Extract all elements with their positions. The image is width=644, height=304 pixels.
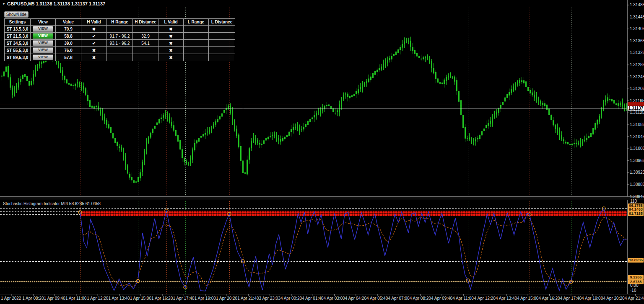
settings-cell: ST 34,5,3,0 xyxy=(5,40,31,47)
time-tick-label: 1 Apr 13:40 xyxy=(109,296,130,301)
table-row: ST 13,5,3,0VIEW70.9✖✖ xyxy=(5,26,235,33)
indicator-scale-label: -10 xyxy=(630,289,636,293)
price-tick-label: 1.31445 xyxy=(630,15,644,19)
price-tick-label: 1.30885 xyxy=(630,183,644,187)
time-tick-label: 3 Apr 23:03 xyxy=(259,296,280,301)
l-distance-cell xyxy=(209,26,235,33)
price-tick-label: 1.31085 xyxy=(630,123,644,127)
table-row: ST 21,5,3,0VIEW58.8✔91.7 - 96.232.9✖ xyxy=(5,33,235,40)
time-tick-label: 4 Apr 01:40 xyxy=(302,296,323,301)
l-valid-cell: ✖ xyxy=(158,47,184,54)
value-cell: 76.0 xyxy=(56,47,81,54)
l-distance-cell xyxy=(209,33,235,40)
time-tick-label: 1 Apr 12:20 xyxy=(87,296,108,301)
time-tick-label: 1 Apr 2022 xyxy=(1,296,21,301)
price-tick-label: 1.31325 xyxy=(630,51,644,55)
value-cell: 70.9 xyxy=(56,26,81,33)
time-tick-label: 4 Apr 11:00 xyxy=(452,296,473,301)
price-tick-label: 1.30845 xyxy=(630,195,644,199)
h-valid-cell: ✖ xyxy=(81,47,107,54)
view-button[interactable]: VIEW xyxy=(33,54,53,60)
h-valid-cell: ✔ xyxy=(81,33,107,40)
time-tick-label: 1 Apr 19:00 xyxy=(195,296,216,301)
price-tick-label: 1.31245 xyxy=(630,75,644,79)
view-button[interactable]: VIEW xyxy=(33,26,53,32)
settings-cell: ST 55,5,3,0 xyxy=(5,47,31,54)
indicator-title: Stochastic Histogram Indicator Mt4 58.82… xyxy=(3,201,101,206)
view-button[interactable]: VIEW xyxy=(33,47,53,53)
time-tick-label: 4 Apr 15:00 xyxy=(517,296,538,301)
h-distance-cell xyxy=(133,54,158,61)
time-tick-label: 4 Apr 12:20 xyxy=(474,296,496,301)
table-row: ST 89,5,3,0VIEW57.8✖✖ xyxy=(5,54,235,61)
column-header-l-valid: L Valid xyxy=(158,19,184,26)
l-range-cell xyxy=(184,33,209,40)
value-cell: 57.8 xyxy=(56,54,81,61)
price-tick-label: 1.31005 xyxy=(630,147,644,151)
price-tick-label: 1.31285 xyxy=(630,63,644,67)
symbol-quote-text: GBPUSD,M5 1.31138 1.31138 1.31137 1.3113… xyxy=(7,1,105,6)
l-range-cell xyxy=(184,54,209,61)
price-tick-label: 1.31405 xyxy=(630,27,644,31)
view-cell: VIEW xyxy=(31,54,56,61)
mt4-chart-window: ▼GBPUSD,M5 1.31138 1.31138 1.31137 1.311… xyxy=(0,0,644,304)
pane-splitter[interactable] xyxy=(0,196,644,200)
price-tick-label: 1.30925 xyxy=(630,170,644,175)
time-tick-label: 4 Apr 16:20 xyxy=(539,296,560,301)
l-valid-cell: ✖ xyxy=(158,33,184,40)
indicator-level-box: 13.8235 xyxy=(628,258,644,263)
price-tick-label: 1.31365 xyxy=(630,39,644,43)
time-tick-label: 1 Apr 15:00 xyxy=(130,296,151,301)
price-tick-label: 1.30965 xyxy=(630,159,644,163)
table-row: ST 34,5,3,0VIEW39.0✔93.1 - 96.254.1✖ xyxy=(5,40,235,47)
indicator-level-box: 94.1463 xyxy=(628,207,644,212)
h-valid-cell: ✔ xyxy=(81,40,107,47)
price-tick-label: 1.31205 xyxy=(630,87,644,91)
collapse-quotes-icon[interactable]: ▼ xyxy=(2,2,5,6)
price-tick-label: 1.31485 xyxy=(630,3,644,7)
time-tick-label: 4 Apr 13:40 xyxy=(496,296,517,301)
view-cell: VIEW xyxy=(31,40,56,47)
value-cell: 58.8 xyxy=(56,33,81,40)
settings-cell: ST 13,5,3,0 xyxy=(5,26,31,33)
h-range-cell: 91.7 - 96.2 xyxy=(107,33,133,40)
indicator-scale-label: 110 xyxy=(630,199,637,204)
l-range-cell xyxy=(184,40,209,47)
h-distance-cell: 54.1 xyxy=(133,40,158,47)
l-range-cell xyxy=(184,26,209,33)
chart-title: ▼GBPUSD,M5 1.31138 1.31138 1.31137 1.311… xyxy=(2,1,105,6)
indicator-level-box: 91.7185 xyxy=(628,211,644,216)
time-tick-label: 4 Apr 09:40 xyxy=(431,296,452,301)
h-range-cell xyxy=(107,26,133,33)
view-button[interactable]: VIEW xyxy=(33,33,53,39)
time-tick-label: 1 Apr 09:40 xyxy=(44,296,65,301)
settings-cell: ST 89,5,3,0 xyxy=(5,54,31,61)
bid-price-box: 1.31137 xyxy=(628,106,644,111)
time-tick-label: 1 Apr 11:00 xyxy=(65,296,86,301)
time-tick-label: 4 Apr 20:20 xyxy=(603,296,624,301)
show-hide-button[interactable]: Show/Hide xyxy=(4,11,29,18)
view-cell: VIEW xyxy=(31,47,56,54)
time-tick-label: 4 Apr 05:40 xyxy=(366,296,388,301)
indicator-level-box: 9.2266 xyxy=(628,275,644,280)
l-valid-cell: ✖ xyxy=(158,40,184,47)
price-tick-label: 1.31125 xyxy=(630,111,644,115)
l-distance-cell xyxy=(209,47,235,54)
l-range-cell xyxy=(184,47,209,54)
h-range-cell xyxy=(107,54,133,61)
column-header-l-range: L Range xyxy=(184,19,209,26)
indicator-level-box: 2.6738 xyxy=(628,280,644,284)
column-header-h-valid: H Valid xyxy=(81,19,107,26)
price-tick-label: 1.31045 xyxy=(630,135,644,139)
view-button[interactable]: VIEW xyxy=(33,40,53,46)
time-tick-label: 1 Apr 21:40 xyxy=(237,296,259,301)
stochastic-settings-table: SettingsViewValueH ValidH RangeH Distanc… xyxy=(4,18,235,61)
h-distance-cell: 32.9 xyxy=(133,33,158,40)
column-header-settings: Settings xyxy=(5,19,31,26)
value-cell: 39.0 xyxy=(56,40,81,47)
indicator-canvas[interactable] xyxy=(0,201,627,294)
h-range-cell xyxy=(107,47,133,54)
column-header-value: Value xyxy=(56,19,81,26)
settings-cell: ST 21,5,3,0 xyxy=(5,33,31,40)
time-tick-label: 1 Apr 08:20 xyxy=(22,296,44,301)
